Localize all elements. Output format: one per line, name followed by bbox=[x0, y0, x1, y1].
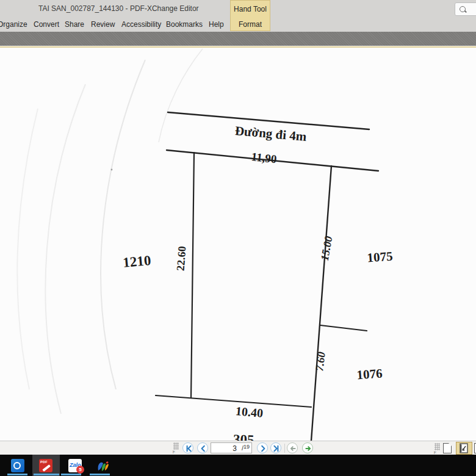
active-tool-tab[interactable]: Hand Tool Format bbox=[230, 0, 270, 31]
fit-page-view-button-selected[interactable] bbox=[456, 442, 472, 455]
fit-page-icon bbox=[456, 442, 472, 454]
page-total: /19 bbox=[242, 444, 250, 452]
neighbor-division-tick bbox=[320, 325, 367, 331]
pdf-xchange-icon[interactable]: PDF bbox=[39, 459, 52, 472]
parcel-1075-label: 1075 bbox=[367, 249, 394, 265]
first-page-icon bbox=[185, 445, 192, 452]
collapse-view-toolbar-icon[interactable]: |< bbox=[434, 450, 436, 454]
next-page-icon bbox=[259, 445, 267, 452]
scan-artifact-arc bbox=[45, 84, 85, 414]
parcel-1210-label: 1210 bbox=[122, 253, 151, 270]
document-page[interactable]: Đường đi 4m 11,90 22.60 15.00 7.60 1210 … bbox=[0, 48, 476, 441]
parcel-left-boundary bbox=[191, 153, 194, 398]
outlook-o-ring bbox=[13, 462, 21, 469]
parcel-right-boundary bbox=[311, 166, 331, 441]
parcel-bottom-boundary bbox=[156, 395, 311, 407]
titlebar: TAI SAN_002787_144130 - PDF-XChange Edit… bbox=[0, 0, 476, 32]
menu-accessibility[interactable]: Accessibility bbox=[121, 20, 161, 29]
parcel-1076-label: 1076 bbox=[356, 366, 383, 383]
scan-speck bbox=[111, 169, 113, 171]
dim-left-label: 22.60 bbox=[175, 246, 189, 272]
menu-organize[interactable]: Organize bbox=[0, 20, 27, 29]
dim-bottom-label: 10.40 bbox=[235, 404, 264, 420]
page-number-box: /19 bbox=[211, 442, 252, 453]
misa-running-indicator bbox=[90, 474, 110, 475]
pdf-icon-label: PDF bbox=[40, 460, 48, 464]
scan-artifact-arc bbox=[17, 109, 38, 389]
menu-bookmarks[interactable]: Bookmarks bbox=[166, 20, 203, 29]
zalo-icon[interactable]: Zalo 5 bbox=[68, 459, 82, 472]
hand-tool-label[interactable]: Hand Tool bbox=[231, 5, 270, 13]
last-page-icon bbox=[273, 445, 280, 452]
view-toolbar-drag-handle[interactable] bbox=[435, 443, 440, 450]
dim-right-lower-label: 7.60 bbox=[313, 351, 328, 372]
menu-help[interactable]: Help bbox=[209, 20, 224, 29]
single-page-view-button[interactable] bbox=[443, 443, 452, 453]
page-fold bbox=[449, 443, 452, 446]
screen: { "window": { "title": "TAI SAN_002787_1… bbox=[0, 0, 476, 476]
forward-arrow-icon bbox=[305, 445, 312, 452]
status-bar: |< /19 |< bbox=[0, 441, 476, 455]
pdf-running-indicator bbox=[34, 474, 59, 475]
parcel-bottom-label: 305 bbox=[233, 431, 254, 441]
first-page-button[interactable] bbox=[182, 442, 193, 453]
back-arrow-icon bbox=[289, 445, 297, 452]
pdf-pencil-glyph bbox=[42, 464, 50, 471]
next-view-button[interactable] bbox=[302, 442, 313, 453]
previous-page-button[interactable] bbox=[197, 442, 208, 453]
misa-logo-petals bbox=[96, 459, 109, 472]
cadastral-diagram: Đường đi 4m 11,90 22.60 15.00 7.60 1210 … bbox=[0, 48, 476, 441]
menu-share[interactable]: Share bbox=[65, 20, 84, 29]
previous-page-icon bbox=[200, 445, 207, 452]
dim-right-upper-label: 15.00 bbox=[319, 235, 335, 261]
scan-artifact-arc bbox=[159, 49, 203, 142]
outlook-icon[interactable] bbox=[11, 459, 24, 472]
zalo-running-indicator bbox=[61, 474, 81, 475]
search-input[interactable] bbox=[455, 2, 476, 16]
page-number-input[interactable] bbox=[211, 443, 238, 454]
next-page-button[interactable] bbox=[257, 442, 268, 453]
collapse-toolbar-icon[interactable]: |< bbox=[173, 450, 175, 453]
ribbon-band bbox=[0, 32, 476, 46]
notification-badge: 5 bbox=[76, 466, 84, 474]
dim-top-label: 11,90 bbox=[251, 150, 278, 165]
search-icon bbox=[460, 6, 466, 12]
toolbar-separator bbox=[284, 444, 285, 453]
nav-toolbar-drag-handle[interactable] bbox=[173, 442, 179, 450]
window-title: TAI SAN_002787_144130 - PDF-XChange Edit… bbox=[38, 4, 199, 13]
menu-convert[interactable]: Convert bbox=[34, 20, 59, 29]
outlook-running-indicator bbox=[7, 474, 27, 475]
last-page-button[interactable] bbox=[270, 442, 281, 453]
road-label: Đường đi 4m bbox=[234, 123, 308, 144]
misa-icon[interactable] bbox=[96, 459, 109, 472]
scan-artifact-arc bbox=[101, 60, 145, 389]
taskbar: PDF Zalo 5 bbox=[0, 455, 476, 476]
menu-review[interactable]: Review bbox=[91, 20, 115, 29]
previous-view-button[interactable] bbox=[287, 442, 298, 453]
format-tab-label[interactable]: Format bbox=[231, 20, 270, 29]
